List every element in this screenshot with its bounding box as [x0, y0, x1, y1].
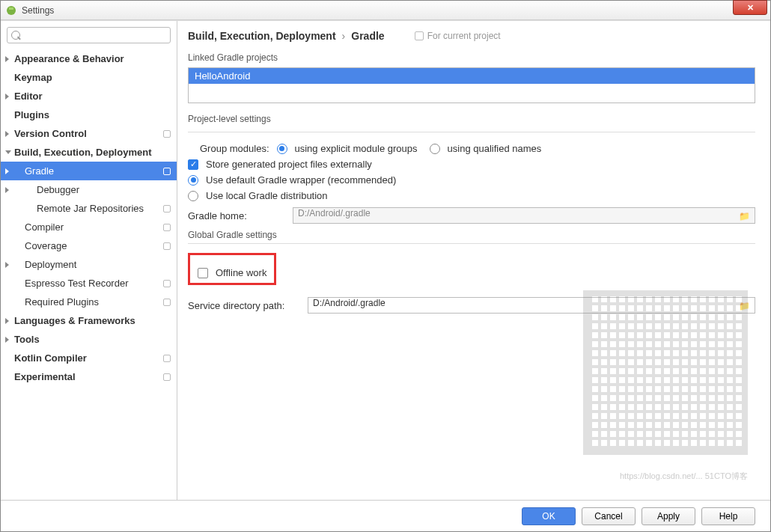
search-input[interactable]	[7, 27, 171, 43]
settings-tree: Appearance & BehaviorKeymapEditorPlugins…	[1, 49, 177, 386]
tree-item-required-plugins[interactable]: Required Plugins	[1, 293, 177, 311]
service-dir-field[interactable]: D:/Android/.gradle 📁	[308, 297, 755, 314]
tree-item-tools[interactable]: Tools	[1, 330, 177, 349]
tree-item-label: Required Plugins	[25, 296, 99, 308]
tree-item-label: Remote Jar Repositories	[37, 203, 144, 214]
radio-default-wrapper[interactable]	[188, 175, 198, 186]
help-button[interactable]: Help	[701, 507, 755, 525]
tree-item-deployment[interactable]: Deployment	[1, 255, 177, 274]
arrow-right-icon	[5, 94, 9, 100]
tree-item-label: Plugins	[14, 109, 49, 120]
linked-projects-label: Linked Gradle projects	[188, 52, 755, 63]
tree-item-version-control[interactable]: Version Control	[1, 124, 177, 143]
arrow-right-icon	[5, 168, 9, 174]
for-current-project-badge: For current project	[415, 31, 501, 41]
arrow-right-icon	[5, 131, 9, 137]
global-settings-label: Global Gradle settings	[188, 230, 755, 240]
project-scope-icon	[163, 168, 171, 175]
tree-item-label: Espresso Test Recorder	[25, 278, 129, 289]
project-scope-icon	[163, 205, 171, 213]
project-scope-icon	[163, 224, 171, 231]
tree-item-label: Coverage	[25, 240, 67, 251]
radio-default-wrapper-label[interactable]: Use default Gradle wrapper (recommended)	[206, 174, 396, 186]
radio-local-distribution-label[interactable]: Use local Gradle distribution	[206, 190, 328, 201]
svg-rect-1	[9, 7, 13, 10]
svg-point-0	[7, 6, 16, 15]
watermark-text: https://blog.csdn.net/... 51CTO博客	[620, 471, 748, 482]
tree-item-label: Compiler	[25, 221, 64, 233]
arrow-right-icon	[5, 337, 9, 343]
project-scope-icon	[163, 373, 171, 381]
tree-item-remote-jar-repositories[interactable]: Remote Jar Repositories	[1, 199, 177, 218]
radio-qualified-names[interactable]	[430, 144, 440, 154]
breadcrumb: Build, Execution, Deployment › Gradle Fo…	[188, 30, 755, 42]
tree-item-gradle[interactable]: Gradle	[1, 162, 177, 180]
tree-item-appearance-behavior[interactable]: Appearance & Behavior	[1, 49, 177, 68]
ok-button[interactable]: OK	[522, 507, 576, 525]
project-scope-icon	[163, 299, 171, 306]
tree-item-plugins[interactable]: Plugins	[1, 106, 177, 124]
tree-item-experimental[interactable]: Experimental	[1, 367, 177, 386]
project-scope-icon	[163, 280, 171, 287]
folder-icon[interactable]: 📁	[739, 301, 750, 311]
tree-item-label: Languages & Frameworks	[14, 315, 135, 326]
project-scope-icon	[163, 242, 171, 250]
tree-item-label: Version Control	[14, 128, 87, 139]
main-panel: Build, Execution, Deployment › Gradle Fo…	[177, 21, 770, 500]
offline-work-highlight: Offline work	[188, 253, 276, 285]
arrow-right-icon	[5, 56, 9, 62]
linked-projects-list[interactable]: HelloAndroid	[188, 67, 755, 103]
cancel-button[interactable]: Cancel	[582, 507, 636, 525]
checkbox-store-external[interactable]	[188, 159, 198, 170]
tree-item-label: Editor	[14, 91, 43, 102]
project-level-label: Project-level settings	[188, 114, 755, 124]
tree-item-build-execution-deployment[interactable]: Build, Execution, Deployment	[1, 143, 177, 162]
arrow-right-icon	[5, 262, 9, 268]
tree-item-coverage[interactable]: Coverage	[1, 236, 177, 255]
tree-item-label: Tools	[14, 334, 40, 345]
gradle-home-field: D:/Android/.gradle 📁	[293, 207, 755, 224]
folder-icon[interactable]: 📁	[739, 211, 750, 221]
tree-item-label: Debugger	[37, 184, 79, 195]
checkbox-offline-work[interactable]	[198, 268, 208, 278]
arrow-right-icon	[5, 318, 9, 324]
breadcrumb-parent[interactable]: Build, Execution, Deployment	[188, 30, 336, 42]
breadcrumb-current: Gradle	[351, 30, 384, 42]
tree-item-compiler[interactable]: Compiler	[1, 218, 177, 236]
tree-item-languages-frameworks[interactable]: Languages & Frameworks	[1, 311, 177, 330]
tree-item-editor[interactable]: Editor	[1, 87, 177, 106]
tree-item-label: Experimental	[14, 371, 76, 382]
app-icon	[5, 4, 17, 16]
checkbox-store-external-label[interactable]: Store generated project files externally	[206, 159, 372, 170]
tree-item-label: Appearance & Behavior	[14, 53, 124, 64]
dialog-footer: OK Cancel Apply Help	[1, 500, 770, 531]
apply-button[interactable]: Apply	[642, 507, 695, 525]
tree-item-label: Deployment	[25, 259, 76, 270]
tree-item-keymap[interactable]: Keymap	[1, 68, 177, 87]
sidebar: Appearance & BehaviorKeymapEditorPlugins…	[1, 21, 177, 500]
project-scope-icon	[163, 355, 171, 362]
radio-explicit-label[interactable]: using explicit module groups	[295, 143, 418, 154]
arrow-down-icon	[5, 150, 11, 154]
arrow-right-icon	[5, 187, 9, 193]
linked-project-item[interactable]: HelloAndroid	[189, 68, 755, 84]
tree-item-label: Keymap	[14, 72, 52, 83]
tree-item-kotlin-compiler[interactable]: Kotlin Compiler	[1, 349, 177, 367]
tree-item-label: Kotlin Compiler	[14, 352, 87, 364]
radio-local-distribution[interactable]	[188, 191, 198, 201]
checkbox-offline-work-label[interactable]: Offline work	[216, 267, 266, 278]
group-modules-label: Group modules:	[200, 143, 269, 154]
project-scope-icon	[163, 130, 171, 138]
radio-qualified-label[interactable]: using qualified names	[448, 143, 542, 154]
close-button[interactable]: ✕	[733, 0, 767, 15]
tree-item-label: Gradle	[25, 165, 54, 177]
tree-item-debugger[interactable]: Debugger	[1, 180, 177, 199]
titlebar: Settings ✕	[1, 1, 770, 20]
radio-explicit-groups[interactable]	[277, 144, 287, 154]
window-title: Settings	[22, 5, 54, 16]
service-dir-label: Service directory path:	[188, 300, 308, 311]
tree-item-label: Build, Execution, Deployment	[14, 147, 151, 158]
chevron-right-icon: ›	[342, 30, 346, 42]
gradle-home-label: Gradle home:	[188, 210, 293, 221]
tree-item-espresso-test-recorder[interactable]: Espresso Test Recorder	[1, 274, 177, 293]
